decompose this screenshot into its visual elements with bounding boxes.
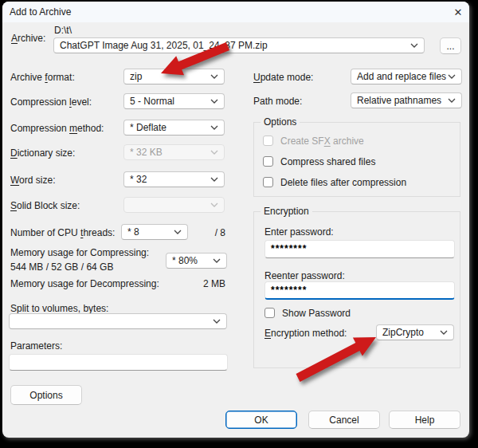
memory-compressing-label: Memory usage for Compressing: [10,246,149,259]
close-button[interactable]: ✕ [449,4,467,20]
delete-after-checkbox[interactable] [263,177,273,187]
close-icon: ✕ [454,6,463,18]
chevron-down-icon [210,99,218,104]
compression-level-select[interactable]: 5 - Normal [123,93,225,109]
encryption-group-title: Encryption [261,206,312,217]
memory-compressing-detail: 544 MB / 52 GB / 64 GB [10,261,113,273]
screenshot-frame: Add to Archive ✕ Archive: D:\t\ ChatGPT … [0,0,478,448]
create-sfx-checkbox [263,136,273,146]
browse-button[interactable]: ... [440,37,461,54]
chevron-down-icon [210,202,218,207]
show-password-label: Show Password [282,307,351,320]
archive-directory: D:\t\ [54,24,72,37]
reenter-password-field[interactable]: ******** [264,281,455,300]
parameters-label: Parameters: [10,340,62,352]
solid-block-size-label: Solid Block size: [10,199,80,212]
chevron-down-icon [213,258,221,263]
update-mode-label: Update mode: [253,71,313,84]
help-button[interactable]: Help [389,411,460,429]
chevron-down-icon [213,319,221,324]
create-sfx-label: Create SFX archive [280,135,364,147]
chevron-down-icon [174,230,182,234]
path-mode-label: Path mode: [253,95,302,108]
archive-name-value: ChatGPT Image Aug 31, 2025, 01_24_37 PM.… [60,40,410,51]
encryption-method-label: Encryption method: [264,327,347,340]
split-volumes-select[interactable] [9,313,227,329]
path-mode-select[interactable]: Relative pathnames [351,92,462,108]
memory-decompressing-value: 2 MB [154,277,225,290]
reenter-password-label: Reenter password: [264,269,345,282]
cpu-threads-label: Number of CPU threads: [10,226,115,239]
memory-decompressing-label: Memory usage for Decompressing: [10,277,159,290]
compression-method-label: Compression method: [10,122,104,135]
delete-after-label: Delete files after compression [280,176,406,189]
update-mode-select[interactable]: Add and replace files [351,69,462,84]
dictionary-size-select: * 32 KB [123,144,225,160]
archive-name-select[interactable]: ChatGPT Image Aug 31, 2025, 01_24_37 PM.… [53,37,425,53]
cpu-threads-select[interactable]: * 8 [121,224,188,240]
add-to-archive-dialog: Add to Archive ✕ Archive: D:\t\ ChatGPT … [2,2,469,438]
enter-password-field[interactable]: ******** [264,240,455,258]
compression-level-label: Compression level: [10,96,92,108]
chevron-down-icon [210,150,218,155]
dictionary-size-label: Dictionary size: [10,147,75,159]
compress-shared-label: Compress shared files [280,155,375,168]
chevron-down-icon [448,74,456,79]
options-button[interactable]: Options [10,385,82,405]
chevron-down-icon [210,125,218,130]
archive-format-label: Archive format: [10,71,75,84]
word-size-label: Word size: [10,174,55,187]
parameters-input[interactable] [9,354,228,371]
show-password-checkbox[interactable] [264,308,275,318]
encryption-method-select[interactable]: ZipCrypto [376,324,454,340]
chevron-down-icon [440,330,448,335]
chevron-down-icon [410,43,418,48]
compress-shared-checkbox[interactable] [263,156,273,167]
memory-compressing-select[interactable]: * 80% [166,253,227,269]
ok-button[interactable]: OK [225,411,297,429]
solid-block-size-select [123,197,225,213]
archive-label: Archive: [11,32,45,45]
cancel-button[interactable]: Cancel [308,411,380,429]
options-group-title: Options [261,116,300,128]
archive-format-select[interactable]: zip [123,69,225,84]
chevron-down-icon [210,177,218,182]
word-size-select[interactable]: * 32 [123,171,225,187]
title-bar[interactable]: Add to Archive ✕ [2,2,469,22]
cpu-threads-max: / 8 [194,226,225,239]
chevron-down-icon [210,74,218,79]
compression-method-select[interactable]: * Deflate [123,120,225,136]
window-title: Add to Archive [10,6,71,18]
chevron-down-icon [448,98,456,103]
enter-password-label: Enter password: [264,226,334,238]
